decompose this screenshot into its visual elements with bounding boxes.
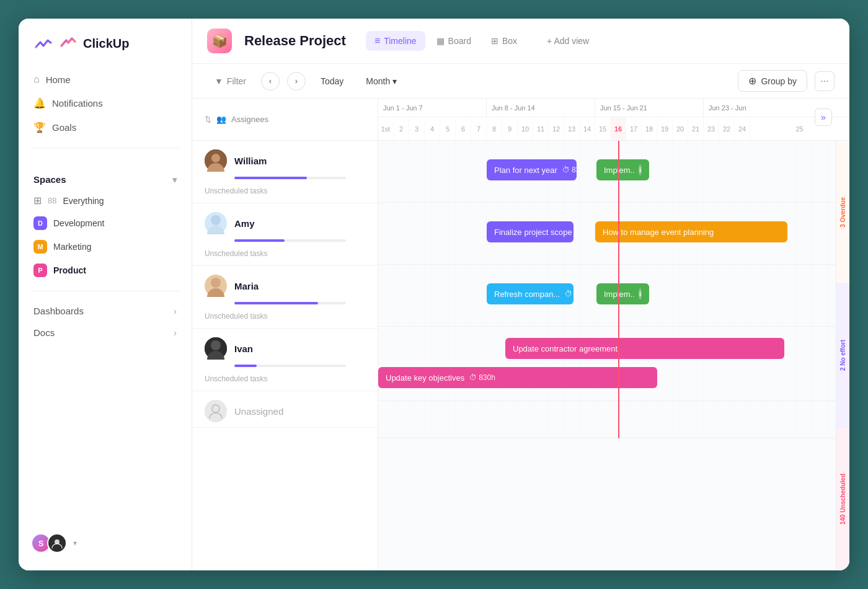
sidebar-item-product[interactable]: P Product (26, 259, 184, 282)
task-implm-william[interactable]: Implem.. i (596, 159, 649, 180)
space-product-label: Product (53, 265, 86, 275)
month-button[interactable]: Month ▾ (358, 73, 404, 89)
task-plan-next-year[interactable]: Plan for next year ⏱830h (487, 159, 577, 180)
collapse-button[interactable]: » (815, 108, 832, 126)
clock-icon: ⏱ (562, 166, 570, 174)
sidebar-divider-2 (31, 291, 179, 291)
nav-docs[interactable]: Docs › (26, 322, 184, 343)
task-finalize-scope[interactable]: Finalize project scope (487, 221, 574, 242)
no-effort-label: 2 No effort (839, 340, 846, 371)
svg-point-9 (205, 400, 227, 422)
nav-notifications[interactable]: 🔔 Notifications (26, 92, 184, 115)
avatar-user[interactable] (47, 533, 67, 553)
box-icon: ⊞ (491, 36, 498, 46)
day-2: 2 (394, 117, 409, 141)
gantt-row-unassigned (378, 401, 849, 438)
assignee-info-maria: Maria (192, 266, 378, 302)
spaces-header[interactable]: Spaces ▾ (26, 169, 184, 190)
toolbar: ▼ Filter ‹ › Today Month ▾ ⊕ Group by ··… (192, 64, 849, 99)
app-container: ClickUp ⌂ Home 🔔 Notifications 🏆 Goals S… (19, 19, 849, 570)
today-button[interactable]: Today (313, 73, 351, 89)
spaces-label: Spaces (33, 174, 66, 185)
assignees-label: Assignees (231, 115, 268, 124)
avatar-img-amy (205, 212, 227, 234)
sidebar-item-development[interactable]: D Development (26, 211, 184, 235)
tab-board[interactable]: ▦ Board (428, 31, 480, 51)
gantt-row-ivan: Update contractor agreement Update key o… (378, 327, 849, 401)
space-everything-label: Everything (63, 196, 104, 206)
assignee-info-unassigned: Unassigned (192, 391, 378, 427)
task-implm-maria[interactable]: Implem.. i (596, 283, 649, 304)
nav-goals[interactable]: 🏆 Goals (26, 116, 184, 139)
assignees-header: ⇅ 👥 Assignees (192, 99, 378, 141)
add-view-button[interactable]: + Add view (538, 32, 598, 50)
sidebar: ClickUp ⌂ Home 🔔 Notifications 🏆 Goals S… (19, 19, 192, 570)
badge-overdue[interactable]: 3 Overdue (836, 141, 849, 284)
logo: ClickUp (19, 33, 192, 68)
extra-nav: Dashboards › Docs › (19, 300, 192, 343)
assignee-row-unassigned: Unassigned (192, 391, 378, 428)
badge-no-effort[interactable]: 2 No effort (836, 284, 849, 427)
tab-timeline[interactable]: ≡ Timeline (366, 31, 425, 51)
sidebar-item-marketing[interactable]: M Marketing (26, 235, 184, 259)
chevron-down-icon: ▾ (172, 175, 177, 185)
day-7: 7 (471, 117, 487, 141)
badge-unscheduled[interactable]: 140 Unscheduled (836, 428, 849, 570)
docs-chevron: › (174, 327, 177, 338)
project-title: Release Project (244, 33, 346, 49)
day-17: 17 (626, 117, 642, 141)
filter-button[interactable]: ▼ Filter (207, 73, 254, 90)
day-4: 4 (425, 117, 440, 141)
group-by-button[interactable]: ⊕ Group by (738, 70, 807, 92)
gantt-row-amy: Finalize project scope How to manage eve… (378, 203, 849, 265)
week-label-1: Jun 1 - Jun 7 (378, 99, 487, 117)
nav-goals-label: Goals (52, 122, 76, 133)
day-10: 10 (518, 117, 533, 141)
day-11: 11 (533, 117, 549, 141)
task-update-contractor[interactable]: Update contractor agreement (505, 338, 784, 359)
day-16-today: 16 (611, 117, 626, 141)
group-by-label: Group by (761, 76, 797, 86)
day-labels: 1st 2 3 4 5 6 7 8 9 10 11 12 13 (378, 117, 849, 141)
space-everything-count: 88 (48, 196, 56, 205)
assignee-row-amy: Amy Unscheduled tasks (192, 203, 378, 266)
info-icon: i (639, 164, 642, 175)
gantt-body: Plan for next year ⏱830h Implem.. i (378, 141, 849, 570)
assignees-panel: ⇅ 👥 Assignees William (192, 99, 378, 570)
svg-point-6 (211, 278, 221, 288)
assignee-info-william: William (192, 141, 378, 177)
unscheduled-label-amy: Unscheduled tasks (192, 247, 378, 265)
gantt-row-william: Plan for next year ⏱830h Implem.. i (378, 141, 849, 203)
day-6: 6 (456, 117, 471, 141)
task-refresh-company[interactable]: Refresh compan... ⏱830h (487, 283, 574, 304)
svg-point-4 (211, 215, 221, 225)
more-options-button[interactable]: ··· (815, 71, 835, 91)
day-8: 8 (487, 117, 502, 141)
day-21: 21 (688, 117, 704, 141)
nav-next-button[interactable]: › (287, 72, 306, 91)
gantt-panel: Jun 1 - Jun 7 Jun 8 - Jun 14 Jun 15 - Ju… (378, 99, 849, 570)
nav-dashboards[interactable]: Dashboards › (26, 300, 184, 322)
nav-home[interactable]: ⌂ Home (26, 68, 184, 91)
assignee-name-maria: Maria (234, 281, 259, 291)
nav-prev-button[interactable]: ‹ (261, 72, 280, 91)
day-9: 9 (502, 117, 518, 141)
avatar-stack: S (31, 533, 67, 553)
task-hours: ⏱830h (565, 290, 574, 298)
assignee-row-maria: Maria Unscheduled tasks (192, 266, 378, 329)
gantt-row-maria: Refresh compan... ⏱830h Implem.. i (378, 265, 849, 327)
task-update-objectives[interactable]: Update key objectives ⏱830h (378, 367, 657, 388)
project-icon: 📦 (207, 29, 232, 53)
timeline-icon: ≡ (374, 35, 380, 46)
assignee-info-amy: Amy (192, 203, 378, 239)
task-manage-event[interactable]: How to manage event planning (595, 221, 787, 242)
clickup-logo-mark (58, 33, 78, 53)
tab-box[interactable]: ⊞ Box (482, 31, 526, 51)
goals-icon: 🏆 (33, 122, 46, 133)
sidebar-item-everything[interactable]: ⊞ 88 Everything (26, 190, 184, 211)
chevron-down-icon-month: ▾ (392, 76, 397, 86)
view-tabs: ≡ Timeline ▦ Board ⊞ Box (366, 31, 526, 51)
day-25: 25 (750, 117, 849, 141)
board-icon: ▦ (436, 36, 445, 46)
week-labels: Jun 1 - Jun 7 Jun 8 - Jun 14 Jun 15 - Ju… (378, 99, 849, 117)
